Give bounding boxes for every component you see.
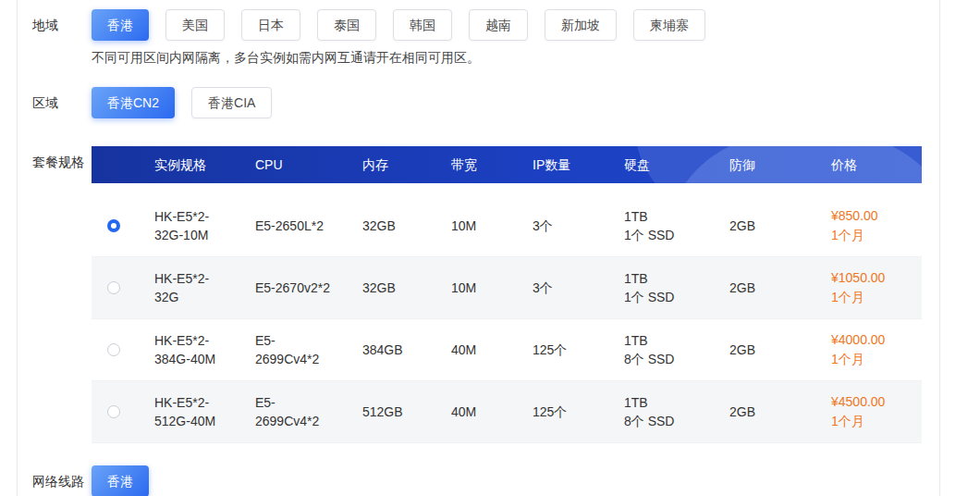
package-cpu: E5-2650L*2	[237, 217, 344, 235]
package-price-cell: ¥4000.00 1个月	[813, 330, 922, 369]
header-price: 价格	[813, 155, 922, 174]
header-bandwidth: 带宽	[433, 155, 514, 174]
package-memory: 32GB	[344, 217, 433, 235]
package-radio-cell	[92, 219, 136, 232]
package-row[interactable]: HK-E5*2-512G-40M E5-2699Cv4*2 512GB 40M …	[92, 381, 922, 443]
packages-row: 套餐规格 实例规格 CPU 内存 带宽 IP数量 硬盘 防御 价格	[32, 146, 939, 443]
package-radio[interactable]	[107, 405, 120, 418]
package-memory: 32GB	[344, 279, 433, 297]
packages-table-body: HK-E5*2-32G-10M E5-2650L*2 32GB 10M 3个 1…	[92, 195, 922, 443]
region-option-button[interactable]: 日本	[241, 9, 300, 41]
package-ip-count: 3个	[514, 279, 606, 297]
package-spec: HK-E5*2-32G-10M	[136, 207, 237, 244]
package-radio[interactable]	[107, 219, 120, 232]
header-disk: 硬盘	[606, 155, 711, 174]
zone-options: 香港CN2 香港CIA	[92, 87, 288, 118]
package-radio-cell	[92, 405, 136, 418]
network-line-row: 网络线路 香港	[32, 465, 939, 496]
package-ip-count: 125个	[514, 403, 606, 421]
package-memory: 384GB	[344, 341, 433, 359]
package-price-cell: ¥4500.00 1个月	[813, 392, 922, 431]
region-note: 不同可用区间内网隔离，多台实例如需内网互通请开在相同可用区。	[92, 48, 939, 67]
network-line-option-button[interactable]: 香港	[92, 465, 149, 496]
region-option-button[interactable]: 越南	[469, 9, 528, 41]
region-option-button[interactable]: 香港	[92, 9, 149, 41]
package-radio-cell	[92, 281, 136, 294]
package-disk: 1TB 8个 SSD	[606, 331, 711, 368]
package-cpu: E5-2699Cv4*2	[237, 393, 344, 430]
region-option-button[interactable]: 柬埔寨	[633, 9, 705, 41]
package-defense: 2GB	[711, 279, 813, 297]
package-disk: 1TB 8个 SSD	[606, 393, 711, 430]
region-option-button[interactable]: 韩国	[393, 9, 452, 41]
package-duration: 1个月	[831, 226, 914, 245]
packages-label: 套餐规格	[32, 146, 92, 178]
packages-table-header: 实例规格 CPU 内存 带宽 IP数量 硬盘 防御 价格	[92, 146, 922, 183]
package-bandwidth: 10M	[433, 217, 514, 235]
package-row[interactable]: HK-E5*2-384G-40M E5-2699Cv4*2 384GB 40M …	[92, 319, 922, 381]
server-config-panel: 地域 香港 美国 日本 泰国 韩国 越南 新加坡 柬埔寨 不同可用区间内网隔离，…	[17, 0, 940, 496]
network-line-label: 网络线路	[32, 465, 92, 496]
package-spec: HK-E5*2-512G-40M	[136, 393, 237, 430]
package-cpu: E5-2699Cv4*2	[237, 331, 344, 368]
zone-option-button[interactable]: 香港CIA	[191, 87, 272, 118]
region-options: 香港 美国 日本 泰国 韩国 越南 新加坡 柬埔寨	[92, 9, 722, 41]
package-duration: 1个月	[831, 350, 914, 369]
package-memory: 512GB	[344, 403, 433, 421]
package-disk: 1TB 1个 SSD	[606, 207, 711, 244]
header-memory: 内存	[344, 155, 433, 174]
package-price: ¥4000.00	[831, 330, 914, 350]
packages-table: 实例规格 CPU 内存 带宽 IP数量 硬盘 防御 价格 HK-E5*2-32G…	[92, 146, 922, 443]
package-ip-count: 3个	[514, 217, 606, 235]
package-radio[interactable]	[107, 343, 120, 356]
package-spec: HK-E5*2-384G-40M	[136, 331, 237, 368]
package-bandwidth: 40M	[433, 341, 514, 359]
zone-label: 区域	[32, 87, 92, 118]
package-bandwidth: 40M	[433, 403, 514, 421]
package-defense: 2GB	[711, 217, 813, 235]
region-label: 地域	[32, 9, 92, 41]
package-defense: 2GB	[711, 341, 813, 359]
package-duration: 1个月	[831, 288, 914, 307]
package-row[interactable]: HK-E5*2-32G E5-2670v2*2 32GB 10M 3个 1TB …	[92, 257, 922, 319]
package-cpu: E5-2670v2*2	[237, 279, 344, 297]
zone-row: 区域 香港CN2 香港CIA	[32, 87, 939, 118]
region-option-button[interactable]: 新加坡	[545, 9, 617, 41]
package-defense: 2GB	[711, 403, 813, 421]
header-defense: 防御	[711, 155, 813, 174]
package-radio-cell	[92, 343, 136, 356]
header-spec: 实例规格	[136, 155, 237, 174]
header-ip-count: IP数量	[514, 155, 606, 174]
header-cpu: CPU	[237, 155, 344, 174]
package-row[interactable]: HK-E5*2-32G-10M E5-2650L*2 32GB 10M 3个 1…	[92, 195, 922, 257]
package-price: ¥4500.00	[831, 392, 914, 412]
package-price-cell: ¥850.00 1个月	[813, 206, 922, 245]
zone-option-button[interactable]: 香港CN2	[92, 87, 175, 118]
network-line-options: 香港	[92, 465, 165, 496]
package-bandwidth: 10M	[433, 279, 514, 297]
package-ip-count: 125个	[514, 341, 606, 359]
package-price-cell: ¥1050.00 1个月	[813, 268, 922, 307]
region-option-button[interactable]: 泰国	[317, 9, 376, 41]
package-price: ¥1050.00	[831, 268, 914, 288]
package-disk: 1TB 1个 SSD	[606, 269, 711, 306]
region-row: 地域 香港 美国 日本 泰国 韩国 越南 新加坡 柬埔寨	[32, 9, 939, 41]
region-option-button[interactable]: 美国	[165, 9, 225, 41]
package-duration: 1个月	[831, 412, 914, 431]
package-radio[interactable]	[107, 281, 120, 294]
package-price: ¥850.00	[831, 206, 914, 226]
package-spec: HK-E5*2-32G	[136, 269, 237, 306]
